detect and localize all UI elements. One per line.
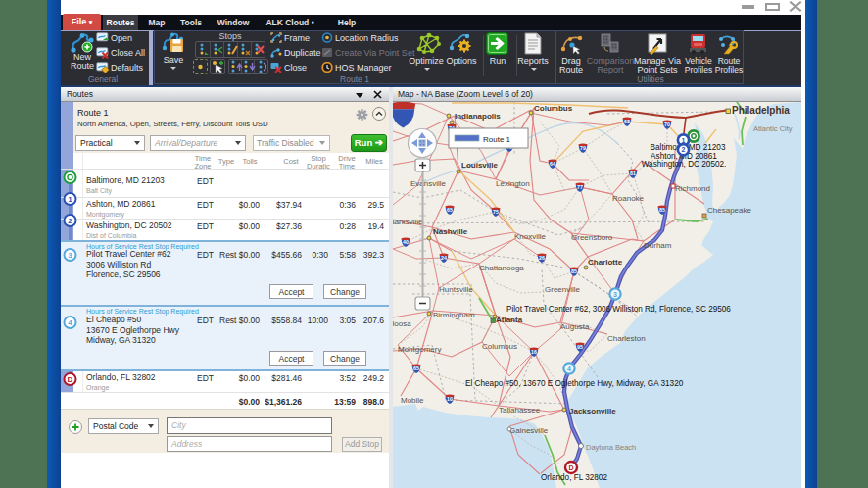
svg-text:Columbus: Columbus bbox=[482, 342, 517, 351]
svg-text:Huntsville: Huntsville bbox=[439, 285, 473, 294]
svg-text:Nashville: Nashville bbox=[433, 227, 468, 236]
svg-text:2: 2 bbox=[68, 217, 72, 225]
svg-text:Columbus: Columbus bbox=[534, 104, 573, 113]
svg-text:85: 85 bbox=[571, 268, 577, 274]
svg-text:Chattanooga: Chattanooga bbox=[479, 264, 524, 272]
svg-text:24: 24 bbox=[441, 255, 447, 261]
svg-text:65: 65 bbox=[413, 366, 419, 371]
svg-text:Greensboro: Greensboro bbox=[571, 233, 613, 242]
svg-text:26: 26 bbox=[539, 255, 545, 261]
svg-text:Louisville: Louisville bbox=[461, 161, 498, 170]
svg-text:Washington, DC 20502.: Washington, DC 20502. bbox=[642, 160, 727, 169]
svg-text:10: 10 bbox=[447, 396, 453, 402]
svg-text:4: 4 bbox=[567, 366, 571, 372]
svg-text:Chesapeake: Chesapeake bbox=[707, 206, 751, 215]
svg-text:Tallahassee: Tallahassee bbox=[499, 406, 541, 415]
svg-text:1: 1 bbox=[68, 195, 72, 204]
svg-text:Tuscaloosa: Tuscaloosa bbox=[393, 319, 411, 328]
svg-text:Roanoke: Roanoke bbox=[612, 194, 645, 203]
svg-text:95: 95 bbox=[577, 344, 583, 350]
svg-text:Richmond: Richmond bbox=[675, 184, 710, 193]
svg-text:3: 3 bbox=[68, 251, 72, 260]
svg-text:Charleston: Charleston bbox=[607, 334, 646, 343]
svg-text:Mobile: Mobile bbox=[401, 396, 424, 405]
svg-text:El Cheapo #50, 13670 E Ogletho: El Cheapo #50, 13670 E Oglethorpe Hwy, M… bbox=[465, 379, 684, 388]
svg-text:68: 68 bbox=[624, 119, 630, 124]
svg-text:Route 1: Route 1 bbox=[483, 135, 511, 144]
svg-text:Atlanta: Atlanta bbox=[496, 316, 523, 324]
svg-text:Atlantic City: Atlantic City bbox=[753, 124, 793, 133]
svg-text:1: 1 bbox=[682, 137, 686, 144]
svg-text:Daytona Beach: Daytona Beach bbox=[586, 443, 636, 452]
svg-text:Indianapolis: Indianapolis bbox=[455, 112, 501, 121]
svg-text:70: 70 bbox=[664, 122, 670, 127]
svg-text:Montgomery: Montgomery bbox=[398, 345, 441, 354]
svg-text:D: D bbox=[568, 464, 573, 471]
svg-text:79: 79 bbox=[580, 145, 586, 151]
svg-text:4: 4 bbox=[68, 318, 72, 327]
svg-text:Gainesville: Gainesville bbox=[509, 426, 549, 435]
svg-text:65: 65 bbox=[447, 207, 453, 213]
svg-text:Durham: Durham bbox=[644, 241, 672, 250]
svg-text:Greenville: Greenville bbox=[545, 285, 581, 294]
svg-text:2: 2 bbox=[682, 146, 686, 153]
svg-text:75: 75 bbox=[493, 209, 499, 215]
svg-text:Knoxville: Knoxville bbox=[514, 232, 547, 241]
svg-text:3: 3 bbox=[613, 291, 617, 298]
svg-text:Charlotte: Charlotte bbox=[588, 258, 623, 267]
svg-text:Augusta: Augusta bbox=[560, 322, 590, 331]
svg-text:77: 77 bbox=[577, 184, 583, 190]
svg-text:40: 40 bbox=[403, 239, 409, 245]
svg-text:81: 81 bbox=[630, 171, 636, 176]
svg-text:Pilot Travel Center #62, 3006: Pilot Travel Center #62, 3006 Williston … bbox=[506, 305, 731, 314]
svg-text:64: 64 bbox=[550, 161, 555, 167]
svg-text:Philadelphia: Philadelphia bbox=[732, 105, 790, 116]
svg-text:D: D bbox=[68, 375, 73, 384]
svg-text:85: 85 bbox=[659, 207, 665, 213]
svg-text:Birmingham: Birmingham bbox=[433, 311, 475, 319]
svg-text:16: 16 bbox=[531, 349, 537, 355]
svg-text:Clarksville: Clarksville bbox=[393, 218, 423, 226]
svg-text:Evansville: Evansville bbox=[410, 179, 447, 188]
svg-text:Lexington: Lexington bbox=[496, 179, 530, 188]
svg-text:Orlando, FL 32802: Orlando, FL 32802 bbox=[541, 473, 607, 482]
svg-text:Jacksonville: Jacksonville bbox=[569, 407, 616, 415]
